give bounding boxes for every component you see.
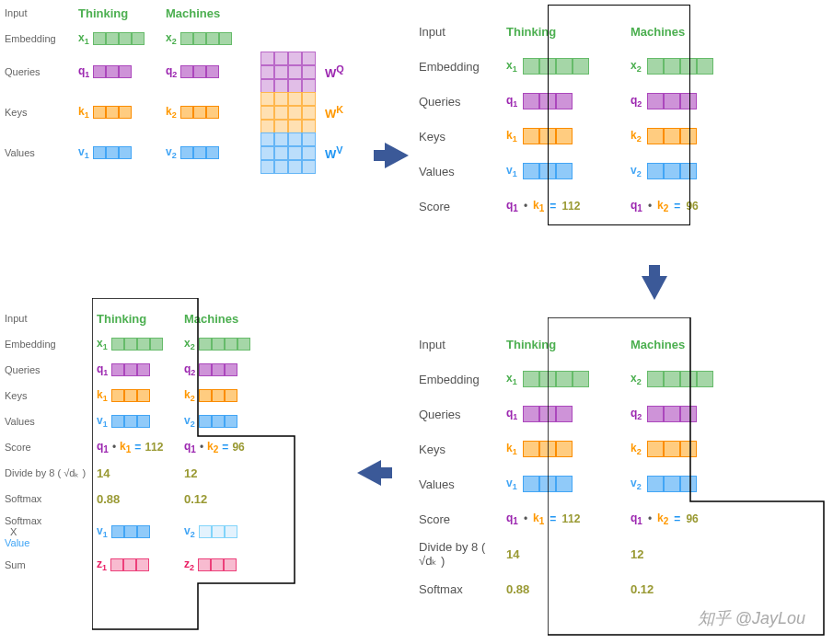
x1v3 — [523, 371, 589, 387]
sv1v4 — [111, 525, 150, 538]
v2-3: v2 — [631, 477, 642, 491]
wq-matrix — [260, 52, 316, 93]
lbl-q-2: Queries — [419, 95, 506, 109]
lbl-q-3: Queries — [419, 408, 506, 421]
lbl-input-3: Input — [419, 338, 506, 351]
q1-4: q1 — [97, 362, 108, 377]
lbl-queries: Queries — [5, 66, 78, 77]
word2: Machines — [166, 6, 220, 20]
lbl-v-4: Values — [5, 416, 97, 427]
lbl-sm-3: Softmax — [419, 582, 506, 596]
k2-vec — [180, 106, 219, 119]
v1-vec-2 — [523, 163, 573, 179]
word1: Thinking — [78, 6, 128, 20]
lbl-sm-4: Softmax — [5, 493, 97, 504]
x2-vec — [180, 32, 232, 45]
word2-3: Machines — [631, 338, 685, 351]
v2-label: v2 — [166, 145, 177, 160]
x2-4: x2 — [184, 337, 195, 351]
z1-4: z1 — [97, 558, 107, 572]
lbl-k-2: Keys — [419, 130, 506, 144]
word2-2: Machines — [631, 25, 685, 39]
q2v4 — [199, 363, 237, 376]
k2-vec-2 — [647, 128, 697, 144]
sv1-4: v1 — [97, 524, 108, 539]
lbl-score-3: Score — [419, 512, 506, 526]
x1-label: x1 — [78, 31, 89, 46]
div1-4: 14 — [97, 466, 110, 480]
z2-4: z2 — [184, 558, 194, 572]
wk-matrix — [260, 92, 316, 133]
score1-4: q1 • k1 = 112 — [97, 440, 184, 454]
lbl-input: Input — [5, 7, 78, 18]
arrow-2-to-3 — [642, 276, 667, 300]
v2v3 — [647, 476, 697, 492]
z1v4 — [110, 558, 149, 571]
x2-label: x2 — [166, 31, 177, 46]
wq-label: WQ — [325, 63, 344, 80]
lbl-keys: Keys — [5, 107, 78, 118]
panel-bottom-right: Input Thinking Machines Embedding x1 x2 … — [419, 327, 824, 606]
word1-2: Thinking — [506, 25, 556, 39]
v1-3: v1 — [506, 477, 517, 491]
lbl-score-4: Score — [5, 442, 97, 453]
lbl-div-4: Divide by 8 ( √dₖ ) — [5, 467, 97, 479]
k2-4: k2 — [184, 388, 195, 403]
v1v4 — [111, 415, 150, 428]
score2-3: q1 • k2 = 96 — [631, 512, 755, 526]
lbl-emb-4: Embedding — [5, 339, 97, 350]
wv-label: WV — [325, 144, 343, 161]
lbl-q-4: Queries — [5, 364, 97, 375]
wv-matrix — [260, 132, 316, 174]
div2-3: 12 — [631, 547, 643, 561]
q1-3: q1 — [506, 407, 517, 421]
k1-3: k1 — [506, 442, 517, 456]
score1-3: q1 • k1 = 112 — [506, 512, 631, 526]
k1-label: k1 — [78, 105, 89, 120]
v2-2: v2 — [631, 164, 642, 178]
v1v3 — [523, 476, 573, 492]
lbl-input-2: Input — [419, 25, 506, 39]
k2v3 — [647, 441, 697, 457]
k1-2: k1 — [506, 129, 517, 144]
sv2v4 — [199, 525, 237, 538]
k1-vec-2 — [523, 128, 573, 144]
q1v3 — [523, 406, 573, 422]
lbl-k-3: Keys — [419, 443, 506, 456]
k1v3 — [523, 441, 573, 457]
x2-vec-2 — [647, 58, 713, 75]
lbl-emb-3: Embedding — [419, 373, 506, 386]
x1v4 — [111, 338, 163, 351]
sv2-4: v2 — [184, 524, 195, 539]
v1-2: v1 — [506, 164, 517, 178]
sm1-3: 0.88 — [506, 582, 529, 596]
x1-vec — [93, 32, 145, 45]
lbl-emb-2: Embedding — [419, 60, 506, 74]
v2v4 — [199, 415, 237, 428]
panel-top-left: Input Thinking Machines Embedding x1 x2 … — [5, 0, 373, 173]
q1-label: q1 — [78, 64, 89, 79]
panel-top-right: Input Thinking Machines Embedding x1 x2 … — [419, 14, 824, 224]
k1v4 — [111, 389, 150, 402]
k2-2: k2 — [631, 129, 642, 144]
x2-2: x2 — [631, 59, 642, 74]
z2v4 — [198, 558, 237, 571]
lbl-values: Values — [5, 147, 78, 158]
word2-4: Machines — [184, 312, 238, 326]
q1-vec-2 — [523, 93, 573, 109]
x2-3: x2 — [631, 372, 642, 386]
word1-4: Thinking — [97, 312, 146, 326]
sm2-4: 0.12 — [184, 492, 207, 506]
lbl-v-3: Values — [419, 477, 506, 491]
k2v4 — [199, 389, 237, 402]
v2-vec-2 — [647, 163, 697, 179]
wk-label: WK — [325, 104, 343, 121]
q2-label: q2 — [166, 64, 177, 79]
x1-3: x1 — [506, 372, 517, 386]
sm1-4: 0.88 — [97, 492, 120, 506]
lbl-sum-4: Sum — [5, 559, 97, 570]
x1-vec-2 — [523, 58, 589, 75]
q1v4 — [111, 363, 150, 376]
q1-2: q1 — [506, 94, 517, 109]
score1-2: q1 • k1 = 112 — [506, 199, 631, 213]
